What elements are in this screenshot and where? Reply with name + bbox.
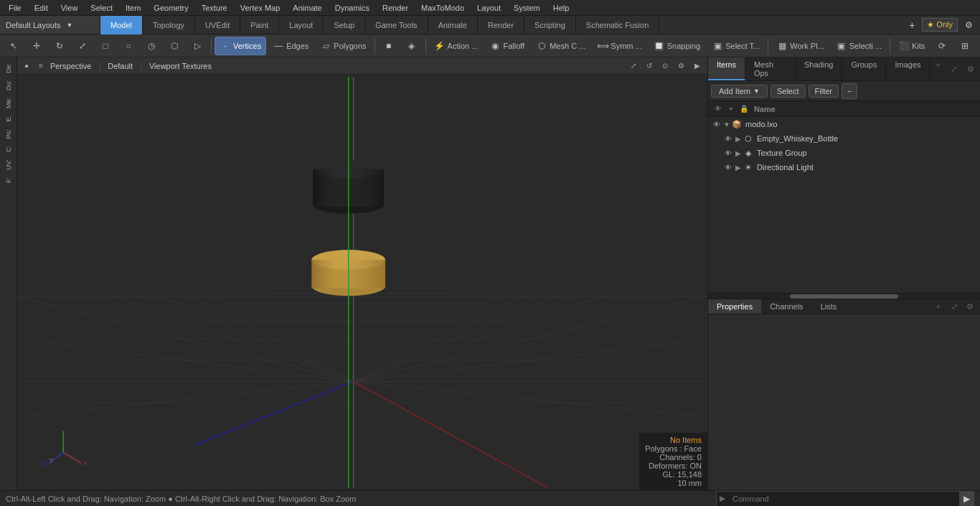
layout-selector[interactable]: Default Layouts ▼ <box>0 16 100 34</box>
menu-help[interactable]: Help <box>547 2 575 14</box>
layout-tab-gametools[interactable]: Game Tools <box>365 16 428 34</box>
tool-sq2[interactable]: ◈ <box>401 37 423 55</box>
tool-selectt[interactable]: ▣Select T... <box>707 37 765 55</box>
menu-animate[interactable]: Animate <box>287 2 327 14</box>
panel-tab-shading[interactable]: Shading <box>796 57 842 80</box>
items-scrollbar[interactable] <box>708 293 980 299</box>
props-plus-btn[interactable]: + <box>931 299 946 314</box>
menu-view[interactable]: View <box>55 2 84 14</box>
menu-system[interactable]: System <box>508 2 546 14</box>
layout-star-only[interactable]: ★ Only <box>922 18 958 32</box>
tool-play[interactable]: ▷ <box>187 37 208 55</box>
tree-vis-light[interactable]: 👁 <box>722 161 734 173</box>
viewport-play-icon[interactable]: ▶ <box>692 60 703 71</box>
props-expand-btn[interactable]: ⤢ <box>947 299 961 314</box>
sidebar-tab-de[interactable]: De: <box>4 60 14 76</box>
menu-edit[interactable]: Edit <box>29 2 54 14</box>
tool-workpl[interactable]: ▦Work Pl... <box>771 37 829 55</box>
sidebar-tab-f[interactable]: F: <box>4 174 14 186</box>
tool-sq1[interactable]: ■ <box>378 37 400 55</box>
tool-transform[interactable]: □ <box>95 37 116 55</box>
viewport-default[interactable]: Default <box>108 62 133 70</box>
panel-expand-icon[interactable]: ⤢ <box>946 62 961 77</box>
layout-tab-animate[interactable]: Animate <box>428 16 478 34</box>
items-filter-button[interactable]: Filter <box>809 85 839 98</box>
layout-tab-model[interactable]: Model <box>100 16 143 34</box>
layout-gear-icon[interactable]: ⚙ <box>962 20 976 30</box>
tool-circle[interactable]: ○ <box>118 37 139 55</box>
layout-tab-layout[interactable]: Layout <box>279 16 324 34</box>
col-add-icon[interactable]: + <box>725 103 737 115</box>
panel-gear-icon[interactable]: ⚙ <box>961 62 980 77</box>
layout-tab-render[interactable]: Render <box>478 16 524 34</box>
menu-maxtomodo[interactable]: MaxToModo <box>415 2 470 14</box>
tool-refresh[interactable]: ⟳ <box>931 37 953 55</box>
tool-snapping[interactable]: 🔲Snapping <box>649 37 706 55</box>
tree-expand-whiskey[interactable]: ▶ <box>734 134 743 143</box>
tool-select[interactable]: ↖ <box>3 37 24 55</box>
tool-selecti[interactable]: ▣Selecti ... <box>831 37 887 55</box>
tool-hex[interactable]: ⬡ <box>164 37 185 55</box>
viewport-canvas[interactable]: Y X Z <box>17 75 707 490</box>
items-select-button[interactable]: Select <box>771 85 806 98</box>
tree-vis-whiskey[interactable]: 👁 <box>722 133 734 144</box>
tree-item-whiskey[interactable]: 👁 ▶ ⬡ Empty_Whiskey_Bottle <box>708 131 980 146</box>
menu-select[interactable]: Select <box>85 2 118 14</box>
tool-vertices[interactable]: ·Vertices <box>215 37 266 55</box>
panel-tab-groups[interactable]: Groups <box>842 57 886 80</box>
viewport-dot[interactable]: ● <box>22 60 32 71</box>
sidebar-tab-po[interactable]: Po: <box>4 126 14 142</box>
tool-clock[interactable]: ◷ <box>141 37 162 55</box>
viewport-menu[interactable]: ≡ <box>36 60 46 71</box>
tool-grid[interactable]: ⊞ <box>954 37 976 55</box>
tree-item-texture[interactable]: 👁 ▶ ◈ Texture Group <box>708 146 980 160</box>
menu-item[interactable]: Item <box>120 2 146 14</box>
tool-edges[interactable]: —Edges <box>268 37 314 55</box>
tree-expand-light[interactable]: ▶ <box>734 163 743 172</box>
props-tab-channels[interactable]: Channels <box>761 299 811 314</box>
viewport-expand-icon[interactable]: ⤢ <box>628 60 639 71</box>
layout-add-button[interactable]: + <box>906 19 918 31</box>
viewport-zoom-icon[interactable]: ⊙ <box>659 60 671 71</box>
props-gear-btn[interactable]: ⚙ <box>963 299 977 314</box>
panel-tab-items[interactable]: Items <box>708 57 745 80</box>
tool-scale[interactable]: ⤢ <box>72 37 93 55</box>
viewport-settings-icon[interactable]: ⚙ <box>675 60 687 71</box>
layout-tab-paint[interactable]: Paint <box>240 16 279 34</box>
sidebar-tab-e[interactable]: E, <box>4 113 14 125</box>
command-go-button[interactable]: ▶ <box>959 492 974 506</box>
sidebar-tab-du[interactable]: Du: <box>4 78 14 93</box>
tool-meshc[interactable]: ⬡Mesh C ... <box>531 37 590 55</box>
menu-file[interactable]: File <box>3 2 27 14</box>
sidebar-tab-c[interactable]: C: <box>4 143 14 155</box>
tool-falloff[interactable]: ◉Falloff <box>484 37 529 55</box>
tree-vis-texture[interactable]: 👁 <box>722 147 734 159</box>
menu-render[interactable]: Render <box>377 2 414 14</box>
layout-tab-uvedit[interactable]: UVEdit <box>195 16 240 34</box>
menu-layout[interactable]: Layout <box>471 2 507 14</box>
layout-tab-scripting[interactable]: Scripting <box>524 16 576 34</box>
tree-item-light[interactable]: 👁 ▶ ☀ Directional Light <box>708 160 980 174</box>
scrollbar-thumb[interactable] <box>790 294 899 299</box>
tool-rotate[interactable]: ↻ <box>49 37 70 55</box>
panel-tab-add[interactable]: + <box>930 57 946 80</box>
add-item-button[interactable]: Add Item ▼ <box>711 85 768 98</box>
tool-kits[interactable]: ⬛Kits <box>893 37 930 55</box>
tree-expand-texture[interactable]: ▶ <box>734 149 743 157</box>
panel-tab-meshops[interactable]: Mesh Ops <box>745 57 796 80</box>
props-tab-lists[interactable]: Lists <box>812 299 846 314</box>
menu-geometry[interactable]: Geometry <box>148 2 194 14</box>
layout-tab-topology[interactable]: Topology <box>143 16 195 34</box>
col-visibility-icon[interactable]: 👁 <box>712 103 724 115</box>
tool-action[interactable]: ⚡Action ... <box>429 37 484 55</box>
col-lock-icon[interactable]: 🔒 <box>738 103 750 115</box>
tree-item-modo-lxo[interactable]: 👁 ▼ 📦 modo.lxo <box>708 117 980 131</box>
menu-texture[interactable]: Texture <box>196 2 233 14</box>
viewport-rotate-icon[interactable]: ↺ <box>644 60 655 71</box>
items-minus-button[interactable]: − <box>842 83 857 99</box>
sidebar-tab-me[interactable]: Me: <box>4 95 14 111</box>
layout-tab-setup[interactable]: Setup <box>324 16 365 34</box>
tool-move[interactable]: ✛ <box>26 37 47 55</box>
layout-tab-schematic[interactable]: Schematic Fusion <box>576 16 659 34</box>
tree-expand-modo-lxo[interactable]: ▼ <box>722 120 731 128</box>
